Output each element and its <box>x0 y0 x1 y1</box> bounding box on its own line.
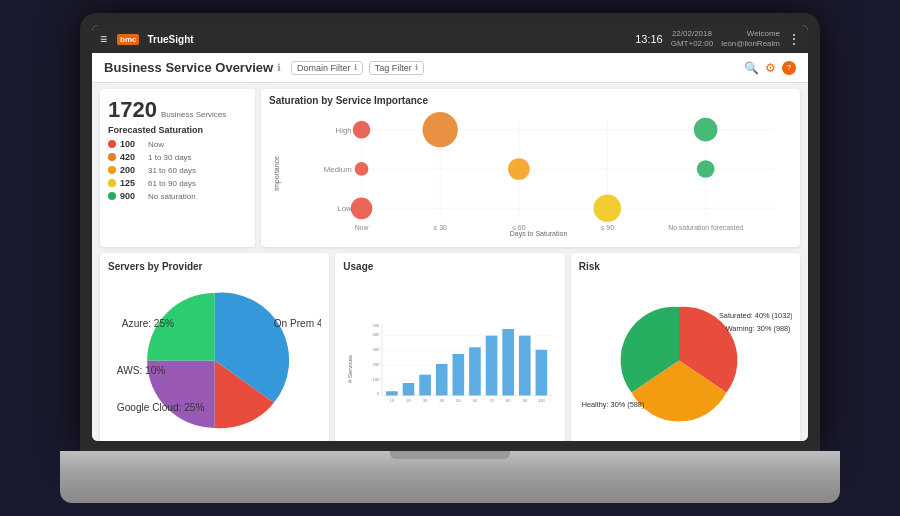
svg-point-16 <box>353 121 371 139</box>
saturation-panel: 1720 Business Services Forecasted Satura… <box>100 89 255 247</box>
svg-rect-43 <box>436 364 448 396</box>
forecast-item-30: 420 1 to 30 days <box>108 152 247 162</box>
page-header: Business Service Overview ℹ Domain Filte… <box>92 53 808 83</box>
svg-point-20 <box>508 158 530 180</box>
svg-rect-48 <box>519 335 531 395</box>
svg-text:100: 100 <box>538 398 546 403</box>
forecast-num-90: 125 <box>120 178 144 188</box>
svg-text:200: 200 <box>373 361 381 366</box>
forecast-dot-now <box>108 140 116 148</box>
svg-rect-42 <box>420 375 432 396</box>
risk-chart-svg: Saturated: 40% (1032) Warning: 30% (988)… <box>579 276 792 441</box>
topbar-logo: ≡ bmc TrueSight <box>100 32 194 46</box>
settings-button[interactable]: ⚙ <box>765 61 776 75</box>
svg-text:40: 40 <box>440 398 445 403</box>
svg-point-21 <box>697 160 715 178</box>
svg-text:300: 300 <box>373 346 381 351</box>
forecast-dot-none <box>108 192 116 200</box>
svg-text:Low: Low <box>337 204 352 213</box>
topbar-welcome: Welcome leon@lionRealm <box>721 29 780 50</box>
content-area: 1720 Business Services Forecasted Satura… <box>92 83 808 441</box>
svg-text:Azure: 25%: Azure: 25% <box>122 317 174 328</box>
svg-point-18 <box>694 118 718 142</box>
search-button[interactable]: 🔍 <box>744 61 759 75</box>
forecast-desc-30: 1 to 30 days <box>148 153 192 162</box>
tag-filter[interactable]: Tag Filter ℹ <box>369 61 424 75</box>
svg-rect-41 <box>403 383 415 395</box>
forecast-list: 100 Now 420 1 to 30 days 200 <box>108 139 247 201</box>
svg-text:Warning: 30% (988): Warning: 30% (988) <box>725 324 790 333</box>
help-button[interactable]: ? <box>782 61 796 75</box>
svg-text:0: 0 <box>377 391 380 396</box>
forecast-desc-60: 31 to 60 days <box>148 166 196 175</box>
svg-text:90: 90 <box>523 398 528 403</box>
svg-text:AWS: 10%: AWS: 10% <box>117 365 166 376</box>
forecast-title: Forecasted Saturation <box>108 125 247 135</box>
bubble-x-axis-label: Days to Saturation <box>285 230 792 237</box>
svg-text:60: 60 <box>473 398 478 403</box>
bmc-logo: bmc <box>117 34 139 45</box>
svg-text:80: 80 <box>506 398 511 403</box>
header-actions: 🔍 ⚙ ? <box>744 61 796 75</box>
svg-point-23 <box>594 195 622 223</box>
forecast-item-none: 900 No saturation <box>108 191 247 201</box>
svg-rect-44 <box>453 354 465 396</box>
domain-filter[interactable]: Domain Filter ℹ <box>291 61 363 75</box>
forecast-dot-90 <box>108 179 116 187</box>
forecast-desc-90: 61 to 90 days <box>148 179 196 188</box>
bubble-chart-svg: High Medium Low Now ≤ 30 ≤ 60 ≤ 90 No sa… <box>285 110 792 238</box>
svg-text:70: 70 <box>490 398 495 403</box>
risk-panel: Risk Saturated: 40% (1032) <box>571 253 800 441</box>
svg-rect-49 <box>536 350 548 396</box>
forecast-dot-60 <box>108 166 116 174</box>
page-title: Business Service Overview <box>104 60 273 75</box>
forecast-dot-30 <box>108 153 116 161</box>
laptop-screen: ≡ bmc TrueSight 13:16 22/02/2018 GMT+02:… <box>92 25 808 441</box>
svg-text:10: 10 <box>390 398 395 403</box>
svg-text:Medium: Medium <box>324 165 352 174</box>
topbar: ≡ bmc TrueSight 13:16 22/02/2018 GMT+02:… <box>92 25 808 53</box>
forecast-num-now: 100 <box>120 139 144 149</box>
forecast-item-now: 100 Now <box>108 139 247 149</box>
svg-text:100: 100 <box>373 376 381 381</box>
svg-rect-47 <box>503 329 515 395</box>
svg-text:Google Cloud: 25%: Google Cloud: 25% <box>117 402 205 413</box>
forecast-item-90: 125 61 to 90 days <box>108 178 247 188</box>
business-services-count: 1720 <box>108 97 157 123</box>
svg-rect-45 <box>469 347 481 395</box>
laptop-base <box>60 451 840 503</box>
screen-bezel: ≡ bmc TrueSight 13:16 22/02/2018 GMT+02:… <box>80 13 820 453</box>
svg-text:20: 20 <box>407 398 412 403</box>
top-row: 1720 Business Services Forecasted Satura… <box>92 83 808 250</box>
risk-chart-title: Risk <box>579 261 792 272</box>
forecast-desc-now: Now <box>148 140 164 149</box>
svg-rect-40 <box>386 391 398 395</box>
svg-point-19 <box>355 162 369 176</box>
svg-text:Saturated: 40% (1032): Saturated: 40% (1032) <box>719 311 792 320</box>
svg-text:High: High <box>336 126 352 135</box>
usage-panel: Usage # Services <box>335 253 564 441</box>
svg-text:30: 30 <box>423 398 428 403</box>
svg-text:Healthy: 30% (588): Healthy: 30% (588) <box>581 400 644 409</box>
topbar-more-icon[interactable]: ⋮ <box>788 32 800 46</box>
hamburger-icon[interactable]: ≡ <box>100 32 107 46</box>
bubble-chart-title: Saturation by Service Importance <box>269 95 792 106</box>
topbar-date: 22/02/2018 GMT+02:00 <box>671 29 713 50</box>
business-services-label: Business Services <box>161 110 226 119</box>
bar-chart-svg: 0 100 200 300 400 500 <box>357 276 556 441</box>
bubble-y-axis-label: Importance <box>274 156 281 191</box>
usage-chart-title: Usage <box>343 261 556 272</box>
bubble-chart-panel: Saturation by Service Importance Importa… <box>261 89 800 247</box>
topbar-right: 13:16 22/02/2018 GMT+02:00 Welcome leon@… <box>635 29 800 50</box>
svg-text:400: 400 <box>373 331 381 336</box>
app-name: TrueSight <box>147 34 193 45</box>
svg-rect-46 <box>486 335 498 395</box>
tag-filter-icon: ℹ <box>415 63 418 72</box>
bottom-row: Servers by Provider <box>92 250 808 441</box>
page-title-info-icon[interactable]: ℹ <box>277 62 281 73</box>
svg-point-17 <box>422 112 457 147</box>
svg-text:500: 500 <box>373 323 381 328</box>
svg-text:On Prem 40%: On Prem 40% <box>274 317 322 328</box>
forecast-desc-none: No saturation <box>148 192 196 201</box>
servers-chart-title: Servers by Provider <box>108 261 321 272</box>
